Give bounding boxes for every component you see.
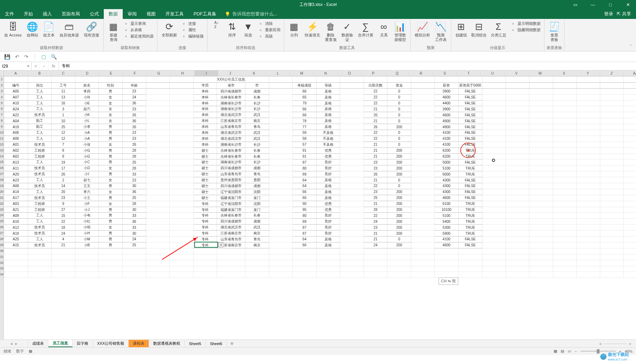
row-header[interactable]: 21 (0, 195, 4, 201)
row-header[interactable]: 34 (0, 272, 4, 277)
col-header[interactable]: P (361, 70, 385, 76)
row-header[interactable]: 1 (0, 76, 4, 82)
confirm-icon[interactable]: ✓ (40, 62, 48, 70)
login-link[interactable]: 登录 (604, 11, 613, 17)
sort-button[interactable]: ⇅排序 (224, 20, 240, 38)
ribbon-btn[interactable]: 📄自文本 (41, 20, 57, 38)
new-query-button[interactable]: ▦新建 查询 (106, 20, 121, 42)
row-header[interactable]: 25 (0, 218, 4, 224)
ribbon-btn[interactable]: ⊞创建组 (453, 20, 469, 38)
row-header[interactable]: 2 (0, 82, 4, 88)
sheet-tab[interactable]: 员工信息 (48, 340, 73, 347)
col-header[interactable]: U (481, 70, 505, 76)
preview-icon[interactable]: ▢ (41, 54, 46, 60)
menu-公式[interactable]: 公式 (85, 9, 104, 19)
share-button[interactable]: ⇱ 共享 (617, 11, 631, 17)
row-header[interactable]: 33 (0, 266, 4, 272)
row-header[interactable]: 32 (0, 260, 4, 266)
sheet-tab[interactable]: 数据透视表教程 (149, 340, 185, 347)
col-header[interactable]: S (433, 70, 457, 76)
row-header[interactable]: 6 (0, 106, 4, 112)
sheet-tab[interactable]: 田字格 (73, 340, 93, 347)
ribbon-btn[interactable]: ✓数据验 证 (339, 20, 355, 42)
row-header[interactable]: 20 (0, 189, 4, 195)
tell-me-input[interactable]: 💡告诉我您想要做什么... (225, 9, 277, 19)
row-header[interactable]: 4 (0, 94, 4, 100)
sheet-tab[interactable]: 课程表 (129, 340, 149, 347)
menu-视图[interactable]: 视图 (142, 9, 161, 19)
row-header[interactable]: 29 (0, 242, 4, 248)
col-header[interactable]: A (4, 70, 28, 76)
collapse-ribbon-icon[interactable]: ˄ (625, 42, 636, 51)
ribbon-btn[interactable]: 📊管理数 据模型 (392, 20, 408, 42)
ribbon-btn[interactable]: 🌐自网站 (25, 20, 40, 38)
macro-record-icon[interactable]: ▦ (29, 349, 32, 353)
column-headers[interactable]: ABCDEFGHIJKLMNOPQRSTUVWXYZAA (4, 70, 636, 76)
ribbon-small[interactable]: ▫属性 (180, 27, 205, 33)
row-headers[interactable]: 1234567891011121314151617181920212223242… (0, 70, 4, 339)
ribbon-small[interactable]: ▫清除 (257, 20, 282, 27)
ribbon-btn[interactable]: ∞关系 (376, 20, 392, 38)
row-header[interactable]: 19 (0, 183, 4, 189)
refresh-all-button[interactable]: ⟳全部刷新 (160, 20, 179, 38)
col-header[interactable]: AA (624, 70, 636, 76)
cancel-icon[interactable]: ✕ (32, 62, 40, 70)
col-header[interactable]: H (171, 70, 195, 76)
col-header[interactable]: W (528, 70, 552, 76)
col-header[interactable]: D (75, 70, 99, 76)
row-header[interactable]: 24 (0, 212, 4, 218)
name-box[interactable]: I29▼ (0, 62, 32, 70)
ribbon-btn[interactable]: 🗑删除 重复项 (323, 20, 339, 42)
row-header[interactable]: 30 (0, 248, 4, 254)
col-header[interactable]: V (505, 70, 528, 76)
row-header[interactable]: 27 (0, 230, 4, 236)
ribbon-btn[interactable]: 🧾发票 查验 (547, 20, 562, 42)
col-header[interactable]: L (266, 70, 290, 76)
undo-icon[interactable]: ↶ (15, 54, 19, 60)
formula-input[interactable]: 专科 (59, 62, 636, 70)
chevron-down-icon[interactable]: ▼ (27, 64, 30, 68)
view-layout-icon[interactable]: ▤ (561, 349, 564, 353)
menu-插入[interactable]: 插入 (38, 9, 57, 19)
dropdown-handle-icon[interactable]: ▾ (218, 242, 223, 247)
add-sheet-button[interactable]: ⊕ (227, 340, 237, 347)
ribbon-small[interactable]: ▫重新应用 (257, 27, 282, 33)
minimize-button[interactable]: — (585, 0, 601, 9)
ribbon-btn[interactable]: 📉预测 工作表 (433, 20, 449, 42)
sheet-tab[interactable]: Sheet5 (185, 340, 206, 347)
row-header[interactable]: 26 (0, 224, 4, 230)
col-header[interactable]: R (409, 70, 433, 76)
row-header[interactable]: 7 (0, 112, 4, 118)
menu-文件[interactable]: 文件 (0, 9, 19, 19)
sheet-tab[interactable]: 成绩表 (28, 340, 48, 347)
cells[interactable]: XXX公司员工信息编号岗位工号姓名性别年龄学历省市市考核成绩等级出勤天数奖金薪资… (4, 76, 636, 278)
ribbon-small[interactable]: ▫隐藏明细数据 (509, 27, 542, 33)
ribbon-small[interactable]: ▫连接 (180, 20, 205, 27)
ribbon-small[interactable]: ▫显示查询 (122, 20, 155, 27)
menu-PDF工具集[interactable]: PDF工具集 (189, 9, 221, 19)
menu-审阅[interactable]: 审阅 (123, 9, 142, 19)
ribbon-btn[interactable]: ⊟取消组合 (469, 20, 489, 38)
col-header[interactable]: C (52, 70, 75, 76)
select-all-corner[interactable] (0, 70, 4, 76)
row-header[interactable]: 18 (0, 177, 4, 183)
maximize-button[interactable]: □ (602, 0, 618, 9)
row-header[interactable]: 17 (0, 171, 4, 177)
col-header[interactable]: O (338, 70, 361, 76)
col-header[interactable]: J (218, 70, 242, 76)
ribbon-btn[interactable]: ▦分列 (286, 20, 302, 38)
menu-数据[interactable]: 数据 (104, 9, 123, 19)
ribbon-btn[interactable]: 📈模拟分析 (413, 20, 432, 38)
ribbon-btn[interactable]: 🗃自其他来源 (57, 20, 81, 38)
zoom-out-icon[interactable]: − (575, 349, 577, 353)
col-header[interactable]: T (457, 70, 481, 76)
view-pagebreak-icon[interactable]: ▭ (568, 349, 571, 353)
view-normal-icon[interactable]: ▦ (554, 349, 557, 353)
save-icon[interactable]: 💾 (4, 54, 10, 60)
fx-icon[interactable]: fx (48, 62, 59, 70)
sheet-tab[interactable]: XXX公司销售额 (93, 340, 129, 347)
row-header[interactable]: 31 (0, 254, 4, 260)
ribbon-options-icon[interactable]: ▭ (567, 0, 583, 9)
menu-页面布局[interactable]: 页面布局 (57, 9, 85, 19)
row-header[interactable]: 15 (0, 159, 4, 165)
